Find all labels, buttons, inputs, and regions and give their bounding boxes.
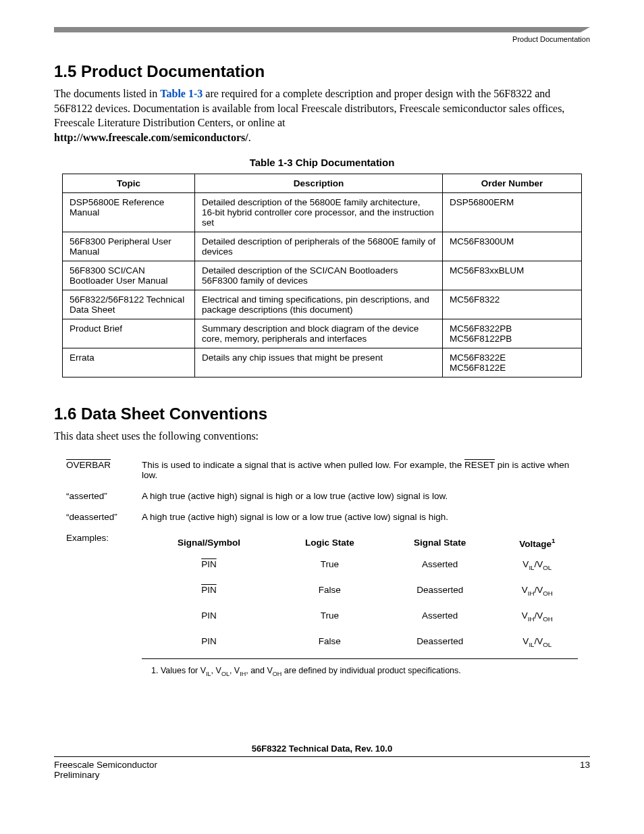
examples-cell: Signal/Symbol Logic State Signal State V…	[138, 527, 582, 683]
ex-cell-voltage: VIL/VOL	[497, 552, 578, 578]
footer-left: Freescale Semiconductor Preliminary	[54, 760, 157, 780]
table-row: 56F8300 SCI/CAN Bootloader User ManualDe…	[63, 261, 582, 290]
table-cell-desc: Detailed description of peripherals of t…	[195, 232, 443, 261]
deasserted-term: “deasserted”	[62, 506, 138, 527]
table-cell-desc: Electrical and timing specifications, pi…	[195, 290, 443, 319]
ex-cell-signal: PIN	[142, 604, 276, 629]
ex-cell-signal: PIN	[142, 552, 276, 578]
header-section-label: Product Documentation	[54, 35, 590, 43]
overbar-term-text: OVERBAR	[66, 460, 111, 470]
section-1-6-intro: This data sheet uses the following conve…	[54, 429, 590, 444]
table-cell-topic: DSP56800E Reference Manual	[63, 193, 195, 232]
ex-cell-logic: True	[276, 604, 383, 629]
table-cell-order: MC56F8322	[443, 290, 582, 319]
section-1-5-paragraph: The documents listed in Table 1-3 are re…	[54, 86, 590, 145]
table-cell-desc: Detailed description of the 56800E famil…	[195, 193, 443, 232]
table-header-order: Order Number	[443, 174, 582, 193]
ex-cell-signal: PIN	[142, 578, 276, 604]
table-row: 56F8300 Peripheral User ManualDetailed d…	[63, 232, 582, 261]
ex-cell-voltage: VIL/VOL	[497, 629, 578, 655]
table-cell-desc: Detailed description of the SCI/CAN Boot…	[195, 261, 443, 290]
examples-label: Examples:	[62, 527, 138, 683]
convention-row: “deasserted” A high true (active high) s…	[62, 506, 582, 527]
table-cell-topic: Errata	[63, 348, 195, 377]
footnote-pre: Values for V	[161, 666, 206, 675]
ex-header-signal: Signal/Symbol	[142, 533, 276, 553]
ex-cell-state: Asserted	[383, 604, 497, 629]
examples-table: Signal/Symbol Logic State Signal State V…	[142, 533, 578, 654]
ex-cell-signal: PIN	[142, 629, 276, 655]
table-header-description: Description	[195, 174, 443, 193]
table-cell-order: MC56F8322PBMC56F8122PB	[443, 319, 582, 348]
overbar-desc-pre: This is used to indicate a signal that i…	[142, 460, 464, 470]
convention-row: “asserted” A high true (active high) sig…	[62, 486, 582, 506]
table-cell-topic: 56F8300 Peripheral User Manual	[63, 232, 195, 261]
page-footer: 56F8322 Technical Data, Rev. 10.0 Freesc…	[54, 744, 590, 780]
para-text: The documents listed in	[54, 88, 160, 99]
overbar-term: OVERBAR	[62, 454, 138, 486]
table-row: DSP56800E Reference ManualDetailed descr…	[63, 193, 582, 232]
overbar-desc: This is used to indicate a signal that i…	[138, 454, 582, 486]
table-cell-order: MC56F83xxBLUM	[443, 261, 582, 290]
table-row: 56F8322/56F8122 Technical Data SheetElec…	[63, 290, 582, 319]
table-cell-order: DSP56800ERM	[443, 193, 582, 232]
section-1-6-heading: 1.6 Data Sheet Conventions	[54, 405, 590, 423]
ex-header-voltage-sup: 1	[552, 537, 555, 544]
deasserted-desc: A high true (active high) signal is low …	[138, 506, 582, 527]
overbar-desc-signal: RESET	[464, 460, 495, 470]
documentation-url: http://www.freescale.com/semiconductors/	[54, 132, 248, 143]
table-1-3-link[interactable]: Table 1-3	[160, 88, 203, 99]
ex-cell-state: Deasserted	[383, 629, 497, 655]
ex-cell-voltage: VIH/VOH	[497, 578, 578, 604]
table-cell-order: MC56F8322EMC56F8122E	[443, 348, 582, 377]
footer-status: Preliminary	[54, 770, 100, 780]
table-header-topic: Topic	[63, 174, 195, 193]
table-cell-topic: 56F8300 SCI/CAN Bootloader User Manual	[63, 261, 195, 290]
ex-cell-logic: False	[276, 629, 383, 655]
footer-page-number: 13	[580, 760, 590, 780]
ex-cell-voltage: VIH/VOH	[497, 604, 578, 629]
table-cell-desc: Summary description and block diagram of…	[195, 319, 443, 348]
ex-header-voltage: Voltage1	[497, 533, 578, 553]
ex-cell-logic: False	[276, 578, 383, 604]
example-row: PINTrueAssertedVIH/VOH	[142, 604, 578, 629]
ex-header-logic: Logic State	[276, 533, 383, 553]
ex-cell-logic: True	[276, 552, 383, 578]
convention-row: OVERBAR This is used to indicate a signa…	[62, 454, 582, 486]
section-1-5-heading: 1.5 Product Documentation	[54, 62, 590, 81]
table-1-3-caption: Table 1-3 Chip Documentation	[54, 157, 590, 168]
ex-header-voltage-text: Voltage	[519, 538, 552, 548]
table-cell-topic: 56F8322/56F8122 Technical Data Sheet	[63, 290, 195, 319]
example-row: PINFalseDeassertedVIH/VOH	[142, 578, 578, 604]
footer-company: Freescale Semiconductor	[54, 760, 157, 770]
ex-cell-state: Asserted	[383, 552, 497, 578]
asserted-desc: A high true (active high) signal is high…	[138, 486, 582, 506]
ex-header-state: Signal State	[383, 533, 497, 553]
table-row: ErrataDetails any chip issues that might…	[63, 348, 582, 377]
examples-row: Examples: Signal/Symbol Logic State Sign…	[62, 527, 582, 683]
header-decor-bar	[54, 27, 590, 32]
examples-footnote: 1. Values for VIL, VOL, VIH, and VOH are…	[151, 666, 578, 677]
example-row: PINFalseDeassertedVIL/VOL	[142, 629, 578, 655]
para-text: .	[248, 132, 251, 143]
asserted-term: “asserted”	[62, 486, 138, 506]
conventions-table: OVERBAR This is used to indicate a signa…	[62, 454, 582, 683]
ex-cell-state: Deasserted	[383, 578, 497, 604]
footnote-num: 1.	[151, 666, 161, 675]
footer-doc-title: 56F8322 Technical Data, Rev. 10.0	[54, 744, 590, 757]
footnote-rest: are defined by individual product specif…	[281, 666, 460, 675]
table-row: Product BriefSummary description and blo…	[63, 319, 582, 348]
table-cell-order: MC56F8300UM	[443, 232, 582, 261]
table-cell-desc: Details any chip issues that might be pr…	[195, 348, 443, 377]
chip-documentation-table: Topic Description Order Number DSP56800E…	[62, 174, 582, 377]
example-row: PINTrueAssertedVIL/VOL	[142, 552, 578, 578]
table-cell-topic: Product Brief	[63, 319, 195, 348]
